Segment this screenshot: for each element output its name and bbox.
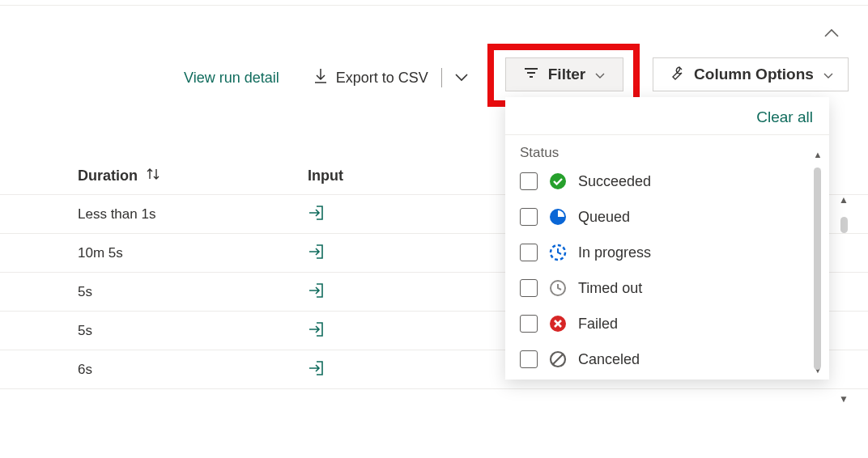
checkbox[interactable]	[520, 315, 538, 333]
filter-dropdown-panel: Clear all Status Succeeded Queued	[505, 97, 829, 380]
column-header-duration[interactable]: Duration	[78, 167, 160, 185]
svg-point-0	[550, 173, 566, 189]
chevron-down-icon	[823, 66, 833, 83]
status-label: In progress	[578, 244, 651, 261]
status-label: Canceled	[578, 351, 640, 368]
panel-body: Status Succeeded Queued	[505, 135, 829, 380]
scroll-down-arrow-icon: ▼	[839, 393, 849, 405]
column-options-label: Column Options	[694, 66, 814, 83]
queued-icon	[549, 208, 567, 226]
export-csv-button[interactable]: Export to CSV	[304, 63, 438, 93]
checkbox[interactable]	[520, 208, 538, 226]
column-header-input[interactable]: Input	[308, 168, 343, 184]
scroll-up-arrow-icon: ▲	[814, 150, 823, 159]
succeeded-icon	[549, 172, 567, 190]
split-divider	[441, 68, 442, 87]
scroll-up-arrow-icon: ▲	[839, 194, 849, 206]
status-label: Timed out	[578, 280, 642, 297]
sort-icon	[146, 167, 160, 185]
panel-scroll-thumb[interactable]	[814, 168, 821, 370]
input-link-icon[interactable]	[308, 360, 326, 379]
checkbox[interactable]	[520, 279, 538, 297]
in-progress-icon	[549, 244, 567, 261]
status-section-label: Status	[520, 145, 815, 161]
duration-cell: 5s	[78, 323, 92, 339]
filter-icon	[524, 66, 538, 83]
duration-cell: 10m 5s	[78, 245, 123, 261]
input-link-icon[interactable]	[308, 321, 326, 340]
download-icon	[313, 68, 328, 88]
input-link-icon[interactable]	[308, 244, 326, 262]
panel-header: Clear all	[505, 97, 829, 135]
chevron-down-icon	[595, 66, 605, 83]
top-divider	[0, 5, 868, 6]
status-option-canceled[interactable]: Canceled	[520, 350, 815, 368]
status-option-succeeded[interactable]: Succeeded	[520, 172, 815, 190]
duration-cell: 6s	[78, 362, 92, 378]
export-group: Export to CSV	[304, 63, 476, 93]
status-list: Succeeded Queued In progress	[520, 172, 815, 368]
collapse-caret-icon[interactable]	[824, 28, 839, 40]
filter-label: Filter	[548, 66, 585, 83]
checkbox[interactable]	[520, 244, 538, 261]
export-dropdown-button[interactable]	[447, 69, 476, 87]
export-csv-label: Export to CSV	[336, 70, 428, 87]
scroll-thumb[interactable]	[840, 217, 848, 233]
checkbox[interactable]	[520, 172, 538, 190]
filter-button[interactable]: Filter	[505, 57, 623, 91]
canceled-icon	[549, 350, 567, 368]
clear-all-link[interactable]: Clear all	[756, 108, 813, 126]
input-link-icon[interactable]	[308, 205, 326, 223]
view-run-detail-link[interactable]: View run detail	[174, 65, 289, 91]
timed-out-icon	[549, 279, 567, 297]
input-link-icon[interactable]	[308, 282, 326, 301]
input-header-label: Input	[308, 168, 343, 184]
duration-cell: Less than 1s	[78, 206, 155, 223]
duration-header-label: Duration	[78, 168, 138, 184]
status-option-queued[interactable]: Queued	[520, 208, 815, 226]
status-label: Failed	[578, 316, 618, 333]
status-label: Succeeded	[578, 173, 651, 190]
status-label: Queued	[578, 209, 630, 226]
status-option-failed[interactable]: Failed	[520, 315, 815, 333]
wrench-icon	[668, 65, 684, 85]
status-option-timed-out[interactable]: Timed out	[520, 279, 815, 297]
column-options-button[interactable]: Column Options	[653, 57, 849, 91]
failed-icon	[549, 315, 567, 333]
duration-cell: 5s	[78, 284, 92, 300]
checkbox[interactable]	[520, 350, 538, 368]
page-scrollbar[interactable]: ▲ ▼	[837, 194, 850, 405]
status-option-in-progress[interactable]: In progress	[520, 244, 815, 261]
